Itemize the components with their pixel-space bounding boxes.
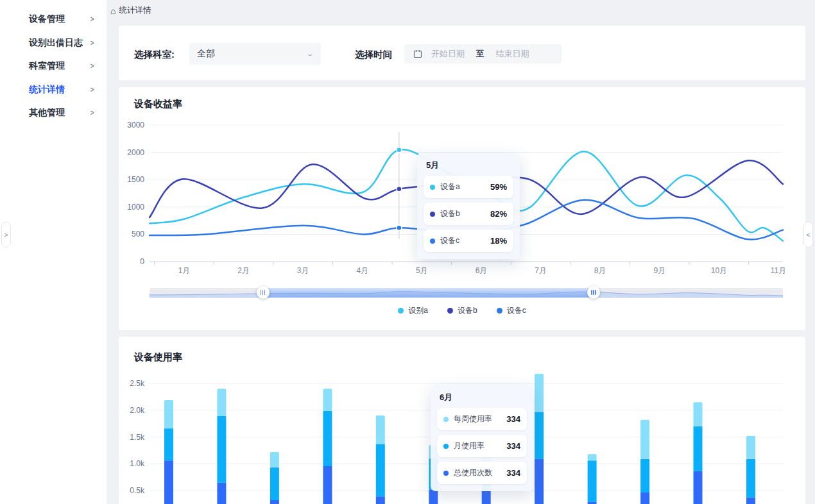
filter-card: 选择科室: 全部 ⌄ 选择时间 开始日期 至 结束日期 [119, 26, 805, 80]
legend-color-dot [398, 308, 404, 314]
revenue-chart-tooltip: 5月 设备a 59% 设备b 82% 设备c 18% [417, 153, 520, 259]
time-filter-label: 选择时间 [355, 49, 392, 61]
chevron-down-icon: ⌄ [305, 51, 314, 57]
breadcrumb-label: 统计详情 [119, 5, 151, 16]
date-range-picker[interactable]: 开始日期 至 结束日期 [404, 44, 562, 63]
chevron-right-icon: > [4, 231, 8, 239]
svg-text:1000: 1000 [127, 203, 144, 212]
tooltip-row: 总使用次数 334 [437, 462, 527, 484]
sidebar-item-other-management[interactable]: 其他管理> [0, 101, 107, 125]
usage-chart-tooltip: 6月 每周使用率 334 月使用率 334 总使用次数 334 [431, 385, 533, 491]
end-date-input[interactable]: 结束日期 [496, 48, 529, 60]
sidebar-menu: 设备管理>设别出借日志>科室管理>统计详情>其他管理> [0, 0, 107, 125]
tooltip-series-value: 59% [490, 182, 507, 192]
tooltip-title: 5月 [426, 160, 513, 171]
series-color-dot [430, 185, 435, 190]
sidebar-item-department-management[interactable]: 科室管理> [0, 55, 107, 78]
chevron-right-icon: > [90, 38, 94, 47]
legend-color-dot [497, 308, 502, 314]
tooltip-row: 设备b 82% [424, 203, 513, 225]
svg-text:9月: 9月 [653, 266, 665, 275]
usage-chart-card: 设备使用率 0.5k1.0k1.5k2.0k2.5k 6月 每周使用率 334 … [119, 337, 805, 504]
series-color-dot [430, 212, 435, 217]
tooltip-series-name: 设备c [440, 235, 459, 246]
tooltip-series-value: 334 [506, 414, 520, 424]
svg-text:2.5k: 2.5k [130, 379, 145, 388]
tooltip-series-value: 334 [506, 468, 520, 478]
breadcrumb[interactable]: ⌂ 统计详情 [110, 5, 151, 16]
datazoom-left-handle[interactable] [257, 286, 270, 299]
tooltip-series-value: 334 [506, 441, 520, 451]
legend-item[interactable]: 设备c [497, 305, 526, 316]
home-icon: ⌂ [110, 6, 116, 15]
department-select[interactable]: 全部 ⌄ [189, 43, 321, 65]
tooltip-series-value: 82% [490, 209, 507, 219]
tooltip-series-name: 设备b [440, 208, 460, 219]
tooltip-series-name: 月使用率 [454, 441, 485, 451]
svg-text:11月: 11月 [771, 266, 786, 275]
legend-item[interactable]: 设备b [447, 305, 477, 316]
svg-text:7月: 7月 [535, 266, 547, 275]
datazoom-right-handle[interactable] [587, 286, 600, 299]
sidebar-item-label: 统计详情 [29, 84, 65, 96]
sidebar-item-label: 设备管理 [29, 13, 65, 25]
department-filter-label: 选择科室: [134, 49, 175, 61]
sidebar-item-device-management[interactable]: 设备管理> [0, 8, 107, 31]
svg-text:2月: 2月 [237, 266, 250, 275]
svg-text:10月: 10月 [711, 266, 727, 275]
tooltip-series-name: 总使用次数 [454, 467, 492, 478]
datazoom-preview-wave [150, 288, 783, 298]
legend-label: 设备c [507, 305, 526, 316]
series-color-dot [443, 417, 449, 422]
series-color-dot [443, 444, 449, 449]
sidebar-item-label: 科室管理 [29, 60, 65, 72]
datazoom-slider[interactable] [150, 288, 783, 298]
sidebar-item-label: 设别出借日志 [29, 37, 83, 49]
chevron-right-icon: > [90, 108, 94, 117]
left-panel-toggle-button[interactable]: > [1, 222, 11, 248]
svg-text:1月: 1月 [178, 266, 191, 275]
svg-text:8月: 8月 [594, 266, 606, 275]
right-panel-toggle-button[interactable]: < [803, 222, 813, 248]
svg-text:1500: 1500 [127, 175, 144, 184]
svg-text:1.0k: 1.0k [130, 459, 145, 468]
tooltip-series-name: 每周使用率 [454, 414, 492, 424]
svg-text:2000: 2000 [127, 148, 144, 157]
start-date-input[interactable]: 开始日期 [431, 48, 465, 60]
revenue-chart-legend: 设别a设备b设备c [119, 305, 805, 316]
tooltip-row: 每周使用率 334 [437, 408, 527, 430]
svg-text:6月: 6月 [476, 266, 488, 275]
calendar-icon [413, 49, 422, 58]
svg-text:500: 500 [132, 230, 144, 239]
sidebar: 设备管理>设别出借日志>科室管理>统计详情>其他管理> [0, 0, 107, 504]
svg-text:3月: 3月 [297, 266, 309, 275]
department-select-value: 全部 [197, 48, 215, 60]
legend-label: 设别a [408, 305, 428, 316]
svg-text:0.5k: 0.5k [130, 486, 145, 495]
svg-text:4月: 4月 [356, 266, 368, 275]
series-color-dot [430, 239, 435, 244]
svg-text:1.5k: 1.5k [130, 433, 145, 442]
legend-label: 设备b [458, 305, 477, 316]
tooltip-series-value: 18% [490, 236, 507, 246]
svg-text:0: 0 [140, 257, 144, 266]
tooltip-series-name: 设备a [440, 181, 460, 192]
svg-text:2.0k: 2.0k [130, 406, 145, 415]
chevron-right-icon: > [90, 85, 94, 94]
sidebar-item-label: 其他管理 [29, 107, 65, 119]
tooltip-row: 设备a 59% [424, 176, 513, 198]
tooltip-title: 6月 [440, 392, 527, 403]
legend-color-dot [447, 308, 453, 314]
sidebar-item-statistics-detail[interactable]: 统计详情> [0, 78, 107, 102]
svg-text:5月: 5月 [416, 266, 428, 275]
chevron-left-icon: < [806, 231, 810, 239]
revenue-chart-card: 设备收益率 050010001500200030001月2月3月4月5月6月7月… [119, 87, 805, 330]
chevron-right-icon: > [90, 15, 94, 24]
date-range-to-label: 至 [476, 49, 485, 60]
tooltip-row: 设备c 18% [424, 230, 513, 252]
tooltip-row: 月使用率 334 [437, 435, 527, 457]
chevron-right-icon: > [90, 62, 94, 71]
series-color-dot [443, 471, 449, 476]
legend-item[interactable]: 设别a [398, 305, 428, 316]
sidebar-item-device-lend-log[interactable]: 设别出借日志> [0, 31, 107, 55]
